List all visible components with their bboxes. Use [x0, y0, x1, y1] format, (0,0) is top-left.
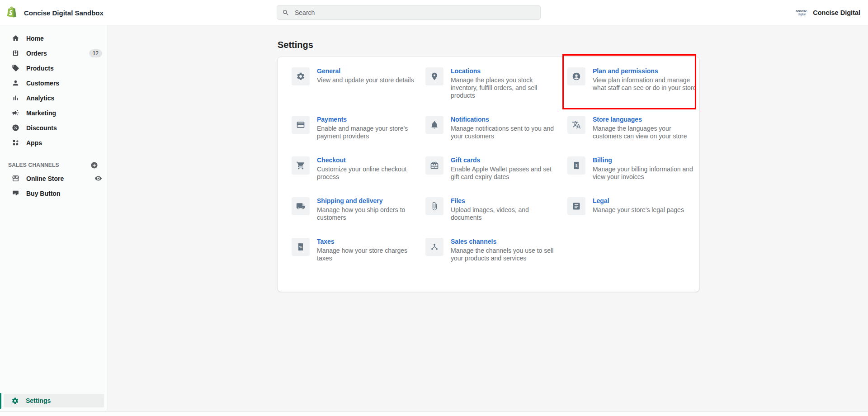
card-icon-tile	[425, 67, 443, 85]
card-text: LocationsManage the places you stock inv…	[451, 67, 556, 99]
eye-icon[interactable]	[94, 175, 102, 182]
card-text: NotificationsManage notifications sent t…	[451, 116, 556, 140]
gear-icon	[11, 397, 19, 405]
buy-button-icon	[12, 189, 19, 197]
card-title-link[interactable]: Payments	[317, 116, 422, 123]
card-icon-tile: %	[292, 238, 310, 256]
sidebar-item-discounts[interactable]: Discounts	[0, 120, 108, 135]
sidebar-item-buy-button[interactable]: Buy Button	[0, 186, 108, 201]
sidebar-item-customers[interactable]: Customers	[0, 76, 108, 90]
settings-card-legal[interactable]: LegalManage your store's legal pages	[567, 197, 698, 215]
search-input[interactable]	[294, 9, 535, 17]
search-bar[interactable]	[277, 5, 541, 20]
card-icon-tile	[425, 156, 443, 175]
settings-card-store-languages[interactable]: Store languagesManage the languages your…	[567, 116, 698, 140]
network-icon	[430, 242, 439, 251]
card-text: BillingManage your billing information a…	[593, 156, 698, 181]
sales-channels-list: Online StoreBuy Button	[0, 171, 108, 201]
card-title-link[interactable]: Plan and permissions	[593, 67, 698, 75]
card-icon-tile	[425, 197, 443, 215]
card-text: PaymentsEnable and manage your store's p…	[317, 116, 422, 140]
card-text: LegalManage your store's legal pages	[593, 197, 698, 214]
card-description: Enable Apple Wallet passes and set gift …	[451, 165, 556, 181]
settings-card-taxes[interactable]: %TaxesManage how your store charges taxe…	[292, 238, 425, 262]
analytics-icon	[12, 94, 19, 102]
card-description: Manage your store's legal pages	[593, 206, 698, 214]
card-description: Manage the channels you use to sell your…	[451, 247, 556, 262]
card-title-link[interactable]: Taxes	[317, 238, 422, 246]
cart-icon	[296, 161, 305, 170]
settings-card-notifications[interactable]: NotificationsManage notifications sent t…	[425, 116, 567, 140]
card-description: Manage the languages your customers can …	[593, 125, 698, 140]
horizontal-scrollbar[interactable]	[0, 411, 868, 416]
settings-card-sales-channels[interactable]: Sales channelsManage the channels you us…	[425, 238, 567, 262]
store-name: Concise Digital Sandbox	[24, 9, 104, 17]
sidebar-item-label: Customers	[26, 80, 102, 87]
account-avatar: concise. digital	[795, 6, 808, 19]
card-text: CheckoutCustomize your online checkout p…	[317, 156, 422, 181]
topbar: Concise Digital Sandbox concise. digital…	[0, 0, 868, 25]
selected-indicator	[0, 393, 1, 409]
card-description: Manage how you ship orders to customers	[317, 206, 422, 222]
sidebar-item-settings[interactable]: Settings	[4, 394, 104, 407]
discounts-icon	[12, 124, 19, 132]
marketing-icon	[12, 109, 19, 117]
page-title: Settings	[278, 40, 313, 50]
card-icon-tile	[425, 116, 443, 134]
card-title-link[interactable]: Gift cards	[451, 156, 556, 164]
card-description: View and update your store details	[317, 76, 422, 84]
settings-card-shipping-and-delivery[interactable]: Shipping and deliveryManage how you ship…	[292, 197, 425, 222]
sidebar-item-online-store[interactable]: Online Store	[0, 171, 108, 186]
card-title-link[interactable]: Billing	[593, 156, 698, 164]
settings-card-gift-cards[interactable]: Gift cardsEnable Apple Wallet passes and…	[425, 156, 567, 181]
brand[interactable]: Concise Digital Sandbox	[6, 0, 104, 25]
settings-card-payments[interactable]: PaymentsEnable and manage your store's p…	[292, 116, 425, 140]
paperclip-icon	[430, 202, 439, 211]
card-title-link[interactable]: Checkout	[317, 156, 422, 164]
card-title-link[interactable]: Locations	[451, 67, 556, 75]
sidebar-item-analytics[interactable]: Analytics	[0, 90, 108, 105]
settings-card-locations[interactable]: LocationsManage the places you stock inv…	[425, 67, 567, 99]
sidebar-item-label: Discounts	[26, 124, 102, 132]
sidebar-item-marketing[interactable]: Marketing	[0, 105, 108, 120]
card-description: View plan information and manage what st…	[593, 76, 698, 92]
sales-channels-header: SALES CHANNELS	[0, 159, 108, 171]
card-title-link[interactable]: Store languages	[593, 116, 698, 123]
card-icon-tile	[292, 197, 310, 215]
sidebar-item-label: Apps	[26, 139, 102, 147]
sidebar-item-home[interactable]: Home	[0, 31, 108, 46]
location-pin-icon	[430, 72, 439, 81]
card-title-link[interactable]: Shipping and delivery	[317, 197, 422, 205]
settings-card-checkout[interactable]: CheckoutCustomize your online checkout p…	[292, 156, 425, 181]
settings-card-files[interactable]: FilesUpload images, videos, and document…	[425, 197, 567, 222]
settings-card-billing[interactable]: $BillingManage your billing information …	[567, 156, 698, 181]
add-sales-channel-icon[interactable]	[90, 161, 98, 169]
customers-icon	[12, 79, 19, 87]
sidebar-item-label: Orders	[26, 50, 89, 57]
card-title-link[interactable]: Legal	[593, 197, 698, 205]
orders-icon	[12, 49, 19, 57]
sidebar-item-label: Marketing	[26, 109, 102, 117]
sidebar-nav: HomeOrders12ProductsCustomersAnalyticsMa…	[0, 25, 108, 150]
sidebar-item-orders[interactable]: Orders12	[0, 46, 108, 61]
card-text: GeneralView and update your store detail…	[317, 67, 422, 84]
card-icon-tile	[567, 67, 585, 85]
card-title-link[interactable]: Sales channels	[451, 238, 556, 246]
products-icon	[12, 64, 19, 72]
card-text: Shipping and deliveryManage how you ship…	[317, 197, 422, 222]
card-title-link[interactable]: Files	[451, 197, 556, 205]
sidebar-item-label: Products	[26, 65, 102, 72]
card-title-link[interactable]: Notifications	[451, 116, 556, 123]
card-title-link[interactable]: General	[317, 67, 422, 75]
settings-card-general[interactable]: GeneralView and update your store detail…	[292, 67, 425, 85]
settings-card-plan-and-permissions[interactable]: Plan and permissionsView plan informatio…	[567, 67, 698, 92]
sidebar-item-label: Buy Button	[26, 190, 102, 197]
sidebar-item-products[interactable]: Products	[0, 61, 108, 76]
avatar-logo-text-2: digital	[798, 13, 806, 16]
avatar-logo-text: concise.	[796, 9, 807, 13]
sidebar-item-apps[interactable]: Apps	[0, 135, 108, 150]
account-menu[interactable]: concise. digital Concise Digital	[795, 0, 860, 25]
credit-card-icon	[296, 120, 305, 129]
card-text: FilesUpload images, videos, and document…	[451, 197, 556, 222]
card-text: Store languagesManage the languages your…	[593, 116, 698, 140]
